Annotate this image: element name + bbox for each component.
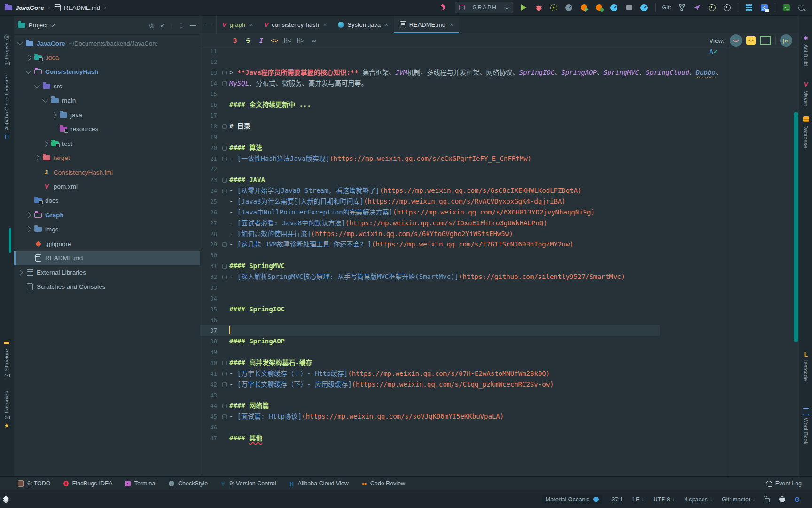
gutter-marker-icon[interactable] (222, 361, 227, 365)
gutter-marker-icon[interactable] (222, 264, 227, 269)
fit-width-button[interactable]: |↔| (780, 34, 792, 47)
git-branch-widget[interactable]: Git: master↕ (722, 496, 755, 503)
bold-button[interactable]: B (228, 37, 242, 44)
gutter-marker-icon[interactable] (222, 189, 227, 193)
chevron-right-icon[interactable] (25, 212, 31, 218)
tool-window-button-terminal[interactable]: >_Terminal (125, 480, 156, 487)
tab-graph[interactable]: Vgraph× (217, 16, 259, 33)
history-icon[interactable] (723, 3, 731, 12)
line-separator-widget[interactable]: LF↕ (632, 496, 644, 503)
tree-item-consistencyhash.iml[interactable]: JIConsistencyHash.iml (14, 165, 200, 179)
build-hammer-icon[interactable] (440, 3, 448, 12)
chevron-right-icon[interactable] (17, 270, 23, 276)
tree-item-readme.md[interactable]: README.md (14, 251, 201, 265)
terminal-toolbar-icon[interactable]: >_ (782, 3, 790, 12)
tool-stripe-database[interactable]: Database (799, 115, 812, 148)
run-with-coverage-icon[interactable] (550, 3, 558, 12)
search-everywhere-icon[interactable] (797, 3, 805, 12)
chevron-down-icon[interactable] (50, 22, 55, 27)
tool-stripe-word-book[interactable]: Word Book (799, 408, 812, 444)
editor-content[interactable]: 111213> **Java程序员所需要掌握的核心知识:** 集合框架、JVM机… (200, 48, 799, 455)
strikethrough-button[interactable]: S (242, 37, 255, 44)
breadcrumb-project[interactable]: JavaCore (16, 4, 44, 11)
stop-button[interactable] (625, 3, 633, 12)
indent-widget[interactable]: 4 spaces↕ (684, 496, 712, 503)
debug-button[interactable] (535, 3, 543, 12)
chevron-right-icon[interactable] (42, 141, 48, 147)
caret-position[interactable]: 37:1 (612, 496, 623, 503)
panel-options-icon[interactable]: ⋮ (178, 22, 184, 29)
gutter-marker-icon[interactable] (222, 372, 227, 376)
tool-stripe-leetcode[interactable]: Ⅼleetcode (799, 350, 812, 381)
tree-item-pom.xml[interactable]: Vpom.xml (14, 180, 200, 194)
profiler-search-icon[interactable] (640, 3, 648, 12)
locate-file-icon[interactable]: ◎ (149, 22, 154, 29)
code-span-button[interactable]: <> (268, 37, 281, 44)
tool-stripe-alibaba-cloud-explorer[interactable]: Alibaba Cloud Explorer[ ] (0, 75, 13, 140)
translate-icon[interactable]: 文 (760, 3, 768, 12)
tree-item-.idea[interactable]: .idea (14, 50, 200, 64)
hide-tabs-icon[interactable]: — (200, 16, 217, 33)
grid-apps-icon[interactable] (745, 3, 753, 12)
chevron-down-icon[interactable] (17, 40, 23, 46)
run-anything-play-icon[interactable] (580, 3, 588, 12)
gutter-marker-icon[interactable] (222, 81, 227, 86)
gutter-marker-icon[interactable] (222, 178, 227, 183)
google-plugin-icon[interactable]: G (795, 496, 800, 503)
tool-window-button-9-version-control[interactable]: ⑂9: Version Control (220, 480, 276, 487)
close-tab-icon[interactable]: × (323, 21, 327, 28)
tool-stripe-2-favorites[interactable]: 2: Favorites★ (0, 391, 13, 429)
breadcrumb-file[interactable]: README.md (64, 4, 100, 11)
gutter-marker-icon[interactable] (222, 146, 227, 151)
tree-item-src[interactable]: src (14, 79, 200, 93)
hide-panel-icon[interactable]: — (190, 22, 196, 29)
project-panel-title[interactable]: Project (29, 22, 47, 29)
gutter-marker-icon[interactable] (222, 404, 227, 408)
tool-window-toggle-icon[interactable] (3, 496, 9, 503)
git-push-icon[interactable] (693, 3, 701, 12)
chevron-down-icon[interactable] (42, 96, 48, 103)
tree-item-java[interactable]: java (14, 108, 200, 122)
theme-widget[interactable]: Material Oceanic (542, 495, 602, 504)
chevron-right-icon[interactable] (34, 155, 40, 161)
tool-window-button-alibaba-cloud-view[interactable]: [ ]Alibaba Cloud View (289, 480, 349, 487)
preview-only-view-button[interactable] (760, 36, 771, 45)
tree-item-consistencyhash[interactable]: ConsistencyHash (14, 65, 200, 79)
gutter-marker-icon[interactable] (222, 157, 227, 161)
encoding-widget[interactable]: UTF-8↕ (654, 496, 675, 503)
rollback-icon[interactable] (708, 3, 716, 12)
tree-item-test[interactable]: test (14, 136, 200, 151)
close-tab-icon[interactable]: × (250, 21, 253, 28)
editor-scrollbar[interactable] (794, 112, 798, 342)
gutter-marker-icon[interactable] (222, 414, 227, 419)
tool-window-button-code-review[interactable]: ●●Code Review (361, 480, 405, 487)
gutter-marker-icon[interactable] (222, 242, 227, 247)
chevron-right-icon[interactable] (25, 226, 31, 232)
readonly-lock-icon[interactable] (765, 498, 770, 502)
close-tab-icon[interactable]: × (450, 21, 453, 28)
tool-stripe-maven[interactable]: VMaven (799, 80, 812, 107)
tool-window-button-findbugs-idea[interactable]: FindBugs-IDEA (63, 480, 113, 487)
header-decrease-button[interactable]: H< (281, 37, 294, 44)
tool-window-button-checkstyle[interactable]: ✔CheckStyle (169, 480, 208, 487)
tree-item-resources[interactable]: resources (14, 122, 200, 136)
gutter-marker-icon[interactable] (222, 124, 227, 129)
tree-item-.gitignore[interactable]: .gitignore (14, 237, 200, 251)
tool-stripe-ant-build[interactable]: ✱Ant Build (799, 34, 812, 66)
chevron-right-icon[interactable] (51, 112, 57, 118)
event-log-button[interactable]: Event Log (766, 480, 802, 487)
tree-item-external-libraries[interactable]: External Libraries (14, 265, 200, 279)
tree-item-target[interactable]: target (14, 151, 200, 165)
split-view-button[interactable]: <> (746, 36, 756, 45)
tab-System.java[interactable]: System.java× (332, 16, 394, 33)
reader-mode-icon[interactable] (779, 496, 785, 502)
tab-consistency-hash[interactable]: Vconsistency-hash× (259, 16, 333, 33)
gutter-marker-icon[interactable] (222, 71, 227, 75)
run-config-selector[interactable]: GRAPH (455, 2, 513, 13)
profiler-blue-icon[interactable] (610, 3, 618, 12)
chevron-right-icon[interactable] (25, 55, 31, 61)
chevron-down-icon[interactable] (34, 82, 40, 88)
chevron-down-icon[interactable] (25, 68, 31, 74)
tool-window-button-6-todo[interactable]: 6: TODO (18, 480, 51, 487)
header-increase-button[interactable]: H> (294, 37, 307, 44)
